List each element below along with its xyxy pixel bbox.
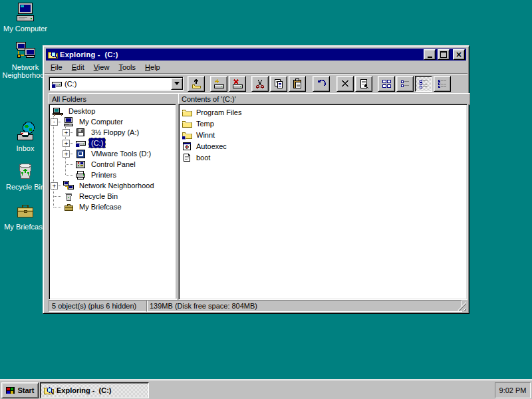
tree-item-vmware-tools-d[interactable]: + VMware Tools (D:) <box>49 148 176 159</box>
close-icon: × <box>456 51 462 58</box>
tree-item-control-panel[interactable]: Control Panel <box>49 159 176 170</box>
close-button[interactable]: × <box>453 49 465 60</box>
list-view-button[interactable] <box>415 76 432 92</box>
printer-icon <box>75 170 86 180</box>
status-disk: 139MB (Disk free space: 804MB) <box>146 300 462 312</box>
system-tray-clock[interactable]: 9:02 PM <box>495 382 531 398</box>
tree-item-desktop[interactable]: Desktop <box>49 106 176 116</box>
drive-combobox[interactable]: (C:) <box>49 76 184 91</box>
folder-contents-pane: Program Files Temp Winnt <box>178 104 467 300</box>
small-icons-button[interactable] <box>396 76 414 92</box>
tree-item-my-computer[interactable]: - My Computer <box>49 116 176 127</box>
status-disk-text: 139MB (Disk free space: 804MB) <box>150 302 257 310</box>
start-button-label: Start <box>17 386 34 394</box>
details-view-button[interactable] <box>434 76 451 92</box>
task-button-exploring[interactable]: Exploring - (C:) <box>40 382 149 398</box>
titlebar[interactable]: Exploring - (C:) × <box>46 49 466 61</box>
desktop-icon-label: Recycle Bin <box>2 183 49 191</box>
menu-file[interactable]: File <box>46 62 67 72</box>
list-view-icon <box>418 78 429 89</box>
menu-toolbar-divider <box>45 73 467 74</box>
tree-item-label: VMware Tools (D:) <box>88 148 154 159</box>
tree-item-my-briefcase[interactable]: My Briefcase <box>49 201 176 212</box>
file-item-label: Temp <box>196 120 214 128</box>
minimize-button[interactable] <box>424 49 436 60</box>
status-objects-text: 5 object(s) (plus 6 hidden) <box>52 302 136 310</box>
folder-icon <box>182 118 192 129</box>
collapse-toggle[interactable]: - <box>51 118 58 126</box>
maximize-icon <box>440 51 447 58</box>
desktop-icon-network-neighborhood[interactable]: Network Neighborhood <box>2 40 49 79</box>
hard-drive-c-icon <box>75 138 86 148</box>
cut-icon <box>255 78 265 89</box>
file-item-label: Autoexec <box>196 142 227 150</box>
file-item-autoexec[interactable]: Autoexec <box>179 140 467 152</box>
network-icon <box>63 180 74 191</box>
file-item-program-files[interactable]: Program Files <box>179 106 467 118</box>
toolbar: (C:) <box>49 76 451 92</box>
tree-item-recycle-bin[interactable]: Recycle Bin <box>49 191 176 201</box>
screen: { "colors":{"desktop_bg":"#008080","titl… <box>0 0 532 399</box>
desktop-icon-my-briefcase[interactable]: My Briefcase <box>2 200 49 231</box>
maximize-button[interactable] <box>438 49 450 60</box>
copy-button[interactable] <box>270 76 287 92</box>
up-one-level-icon <box>191 78 201 89</box>
details-view-icon <box>437 78 448 89</box>
system-folder-icon <box>182 130 192 140</box>
desktop-icon-my-computer[interactable]: My Computer <box>2 1 49 33</box>
desktop-icon-recycle-bin[interactable]: Recycle Bin <box>2 160 49 191</box>
file-item-label: Program Files <box>196 108 241 116</box>
menu-edit[interactable]: Edit <box>67 62 89 72</box>
up-one-level-button[interactable] <box>188 76 205 92</box>
expand-toggle[interactable]: + <box>51 182 58 190</box>
expand-toggle[interactable]: + <box>63 140 70 147</box>
map-network-drive-button[interactable] <box>210 76 227 92</box>
explorer-window: Exploring - (C:) × File Edit View Tools … <box>43 45 469 314</box>
disconnect-network-drive-button[interactable] <box>229 76 246 92</box>
tree-item-c-drive[interactable]: + (C:) <box>49 138 176 148</box>
window-title: Exploring - (C:) <box>60 51 422 59</box>
cut-button[interactable] <box>251 76 269 92</box>
menu-bar: File Edit View Tools Help <box>46 61 466 72</box>
desktop-icon <box>53 106 63 116</box>
desktop-icon-label: My Computer <box>2 25 49 33</box>
paste-button[interactable] <box>289 76 306 92</box>
undo-button[interactable] <box>313 76 330 92</box>
tree-item-printers[interactable]: Printers <box>49 170 176 180</box>
tree-item-label: Network Neighborhood <box>76 180 157 191</box>
briefcase-small-icon <box>63 201 74 212</box>
start-button[interactable]: Start <box>1 382 39 398</box>
file-item-label: boot <box>196 154 210 162</box>
menu-help[interactable]: Help <box>140 62 165 72</box>
windows-logo-icon <box>5 386 15 396</box>
tree-item-floppy-a[interactable]: + 3½ Floppy (A:) <box>49 127 176 138</box>
computer-icon <box>63 116 74 127</box>
task-button-label: Exploring - (C:) <box>57 386 112 394</box>
file-item-winnt[interactable]: Winnt <box>179 129 467 140</box>
desktop-icon-inbox[interactable]: Inbox <box>2 121 49 152</box>
tree-item-network-neighborhood[interactable]: + Network Neighborhood <box>49 180 176 191</box>
expand-toggle[interactable]: + <box>63 129 70 136</box>
expand-toggle[interactable]: + <box>63 150 70 158</box>
network-neighborhood-icon <box>15 40 36 61</box>
recycle-bin-icon <box>15 160 36 181</box>
ms-dos-batch-file-icon <box>182 141 192 152</box>
file-item-boot[interactable]: boot <box>179 152 467 163</box>
disconnect-network-drive-icon <box>232 78 243 89</box>
map-network-drive-icon <box>213 78 224 89</box>
menu-view[interactable]: View <box>89 62 114 72</box>
tree-item-label: Control Panel <box>88 159 138 170</box>
properties-button[interactable] <box>355 76 372 92</box>
combo-dropdown-button[interactable] <box>171 78 183 90</box>
tree-item-label: Recycle Bin <box>76 191 120 201</box>
all-folders-header-label: All Folders <box>52 95 86 103</box>
delete-button[interactable] <box>336 76 354 92</box>
menu-tools[interactable]: Tools <box>114 62 140 72</box>
file-item-temp[interactable]: Temp <box>179 118 467 129</box>
explorer-app-icon <box>47 49 58 60</box>
tree-item-label: 3½ Floppy (A:) <box>88 127 142 138</box>
paste-icon <box>292 78 303 89</box>
large-icons-button[interactable] <box>378 76 395 92</box>
control-panel-icon <box>75 159 86 170</box>
folder-tree-pane: Desktop - My Computer + 3½ Fl <box>49 104 177 300</box>
